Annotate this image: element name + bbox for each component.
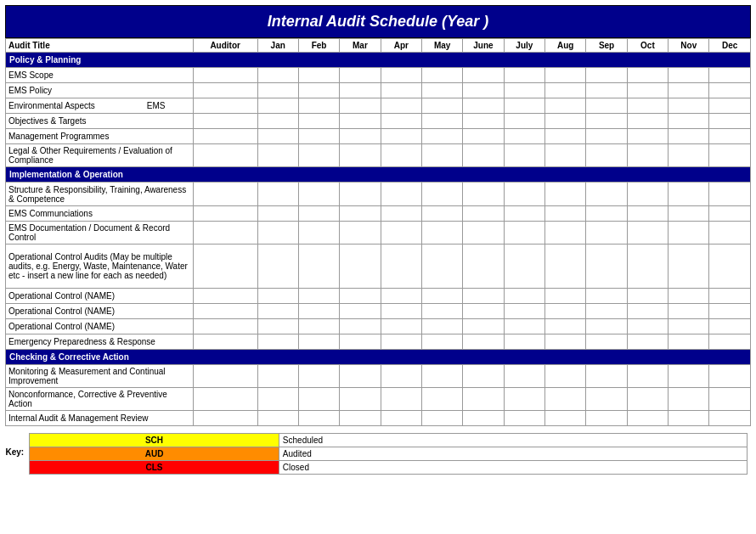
may-structure[interactable] [421, 183, 462, 206]
auditor-op-control-1[interactable] [193, 289, 257, 304]
june-obj-targets[interactable] [463, 114, 504, 129]
auditor-ems-doc[interactable] [193, 222, 257, 245]
mar-op-control-1[interactable] [340, 289, 381, 304]
apr-op-control-3[interactable] [381, 319, 421, 334]
july-legal-req[interactable] [504, 144, 544, 167]
aug-nonconformance[interactable] [545, 388, 586, 411]
mar-ems-scope[interactable] [340, 68, 381, 83]
aug-emergency[interactable] [545, 334, 586, 350]
apr-op-control-2[interactable] [381, 304, 421, 319]
aug-structure[interactable] [545, 183, 586, 206]
mar-ems-policy[interactable] [340, 83, 381, 98]
feb-op-control-2[interactable] [298, 304, 339, 319]
may-ems-doc[interactable] [421, 222, 462, 245]
sep-ems-doc[interactable] [586, 222, 627, 245]
mar-op-control-3[interactable] [340, 319, 381, 334]
may-mgmt-prog[interactable] [421, 129, 462, 144]
oct-structure[interactable] [627, 183, 668, 206]
dec-legal-req[interactable] [709, 144, 751, 167]
apr-ems-scope[interactable] [381, 68, 421, 83]
jan-structure[interactable] [257, 183, 298, 206]
sep-nonconformance[interactable] [586, 388, 627, 411]
sep-op-control-2[interactable] [586, 304, 627, 319]
july-mgmt-prog[interactable] [504, 129, 544, 144]
june-emergency[interactable] [463, 334, 504, 350]
apr-env-aspects[interactable] [381, 98, 421, 114]
sep-monitoring[interactable] [586, 365, 627, 388]
apr-monitoring[interactable] [381, 365, 421, 388]
dec-op-control-3[interactable] [709, 319, 751, 334]
auditor-op-control-2[interactable] [193, 304, 257, 319]
dec-structure[interactable] [709, 183, 751, 206]
mar-ems-comm[interactable] [340, 206, 381, 222]
jan-nonconformance[interactable] [257, 388, 298, 411]
aug-op-control-1[interactable] [545, 289, 586, 304]
jan-internal-audit[interactable] [257, 411, 298, 426]
june-op-control-2[interactable] [463, 304, 504, 319]
feb-env-aspects[interactable] [298, 98, 339, 114]
apr-ems-doc[interactable] [381, 222, 421, 245]
auditor-monitoring[interactable] [193, 365, 257, 388]
apr-emergency[interactable] [381, 334, 421, 350]
sep-op-control-1[interactable] [586, 289, 627, 304]
dec-mgmt-prog[interactable] [709, 129, 751, 144]
may-legal-req[interactable] [421, 144, 462, 167]
feb-monitoring[interactable] [298, 365, 339, 388]
oct-ems-doc[interactable] [627, 222, 668, 245]
sep-op-control-3[interactable] [586, 319, 627, 334]
auditor-internal-audit[interactable] [193, 411, 257, 426]
may-op-control-3[interactable] [421, 319, 462, 334]
apr-op-control-1[interactable] [381, 289, 421, 304]
nov-obj-targets[interactable] [669, 114, 709, 129]
feb-emergency[interactable] [298, 334, 339, 350]
nov-ems-doc[interactable] [669, 222, 709, 245]
july-op-control-2[interactable] [504, 304, 544, 319]
dec-op-control-2[interactable] [709, 304, 751, 319]
mar-emergency[interactable] [340, 334, 381, 350]
nov-op-control-audits[interactable] [669, 245, 709, 289]
mar-structure[interactable] [340, 183, 381, 206]
feb-nonconformance[interactable] [298, 388, 339, 411]
feb-ems-scope[interactable] [298, 68, 339, 83]
may-internal-audit[interactable] [421, 411, 462, 426]
jan-ems-doc[interactable] [257, 222, 298, 245]
sep-env-aspects[interactable] [586, 98, 627, 114]
oct-legal-req[interactable] [627, 144, 668, 167]
june-nonconformance[interactable] [463, 388, 504, 411]
oct-op-control-2[interactable] [627, 304, 668, 319]
jan-op-control-3[interactable] [257, 319, 298, 334]
sep-op-control-audits[interactable] [586, 245, 627, 289]
dec-nonconformance[interactable] [709, 388, 751, 411]
dec-op-control-audits[interactable] [709, 245, 751, 289]
feb-ems-comm[interactable] [298, 206, 339, 222]
july-ems-policy[interactable] [504, 83, 544, 98]
aug-op-control-3[interactable] [545, 319, 586, 334]
aug-op-control-2[interactable] [545, 304, 586, 319]
july-ems-doc[interactable] [504, 222, 544, 245]
aug-ems-policy[interactable] [545, 83, 586, 98]
nov-mgmt-prog[interactable] [669, 129, 709, 144]
sep-structure[interactable] [586, 183, 627, 206]
may-op-control-audits[interactable] [421, 245, 462, 289]
july-op-control-1[interactable] [504, 289, 544, 304]
july-op-control-3[interactable] [504, 319, 544, 334]
june-op-control-3[interactable] [463, 319, 504, 334]
apr-mgmt-prog[interactable] [381, 129, 421, 144]
dec-internal-audit[interactable] [709, 411, 751, 426]
aug-internal-audit[interactable] [545, 411, 586, 426]
aug-ems-scope[interactable] [545, 68, 586, 83]
oct-env-aspects[interactable] [627, 98, 668, 114]
nov-ems-policy[interactable] [669, 83, 709, 98]
aug-ems-comm[interactable] [545, 206, 586, 222]
jan-op-control-2[interactable] [257, 304, 298, 319]
dec-monitoring[interactable] [709, 365, 751, 388]
july-obj-targets[interactable] [504, 114, 544, 129]
mar-ems-doc[interactable] [340, 222, 381, 245]
jan-obj-targets[interactable] [257, 114, 298, 129]
oct-op-control-audits[interactable] [627, 245, 668, 289]
apr-obj-targets[interactable] [381, 114, 421, 129]
aug-op-control-audits[interactable] [545, 245, 586, 289]
feb-mgmt-prog[interactable] [298, 129, 339, 144]
oct-obj-targets[interactable] [627, 114, 668, 129]
aug-obj-targets[interactable] [545, 114, 586, 129]
